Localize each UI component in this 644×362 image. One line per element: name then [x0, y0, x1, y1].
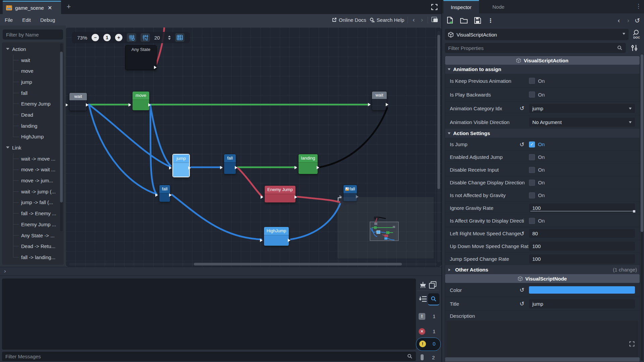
- revert-icon[interactable]: ↺: [520, 230, 524, 237]
- checkbox[interactable]: [529, 78, 535, 84]
- expand-fullscreen-icon[interactable]: [431, 3, 438, 11]
- out-port[interactable]: [317, 166, 321, 169]
- snap-toggle-icon[interactable]: [127, 33, 136, 42]
- tree-item[interactable]: jump -> fall (...: [2, 197, 64, 208]
- dock-menu-icon[interactable]: ⋮: [636, 3, 641, 10]
- revert-icon[interactable]: ↺: [520, 287, 524, 294]
- in-port[interactable]: [294, 166, 299, 169]
- sidebar-scrollbar-thumb[interactable]: [60, 52, 63, 202]
- snap-step-value[interactable]: 20: [154, 35, 163, 41]
- snap-step-stepper[interactable]: [168, 34, 171, 41]
- filter-properties-input[interactable]: Filter Properties: [445, 43, 626, 53]
- graph-node-enemy-jump[interactable]: Enemy Jump: [264, 185, 296, 203]
- section-other-actions[interactable]: Other Actions (1 change): [445, 265, 640, 274]
- out-port[interactable]: [294, 195, 299, 199]
- graph-hscrollbar-thumb[interactable]: [194, 263, 402, 265]
- graph-node-landing[interactable]: landing: [298, 154, 318, 174]
- tree-item[interactable]: fall -> Enemy ...: [2, 208, 64, 219]
- search-messages-button[interactable]: [428, 293, 439, 305]
- resource-menu-icon[interactable]: ⋮: [488, 17, 493, 24]
- out-port[interactable]: [188, 166, 193, 170]
- tree-item[interactable]: jump: [2, 76, 64, 87]
- tree-item[interactable]: move: [2, 65, 64, 76]
- float-panel-icon[interactable]: [431, 17, 438, 23]
- tree-item[interactable]: Dead: [2, 109, 64, 120]
- checkbox[interactable]: [529, 167, 535, 173]
- tree-item[interactable]: Enemy Jump ...: [2, 219, 64, 230]
- out-port[interactable]: [235, 166, 239, 169]
- property-tools-icon[interactable]: [631, 44, 638, 52]
- graph-node-fall[interactable]: fall: [224, 154, 236, 174]
- title-field[interactable]: jump: [529, 299, 635, 308]
- tab-inspector[interactable]: Inspector: [443, 0, 479, 13]
- inspector-forward-icon[interactable]: ›: [627, 17, 629, 24]
- tree-group-action[interactable]: Action: [2, 44, 64, 55]
- tree-item[interactable]: wait -> move ...: [2, 153, 64, 164]
- notice-badge-icon[interactable]: !: [419, 313, 425, 320]
- tree-item[interactable]: fall -> landing...: [2, 252, 64, 263]
- history-back-icon[interactable]: ‹: [411, 16, 416, 23]
- in-port[interactable]: [368, 103, 372, 106]
- color-swatch[interactable]: [529, 286, 635, 294]
- resource-picker[interactable]: VisualScriptAction: [445, 29, 629, 40]
- graph-node-move[interactable]: move: [132, 91, 150, 111]
- open-docs-icon[interactable]: DOC: [632, 29, 640, 40]
- section-action-settings[interactable]: Action Settings: [445, 129, 640, 138]
- inspector-scrollbar-thumb[interactable]: [641, 54, 643, 232]
- warning-badge-icon[interactable]: !: [419, 341, 426, 347]
- grid-toggle-icon[interactable]: [141, 33, 150, 42]
- zoom-out-button[interactable]: −: [92, 34, 99, 41]
- inspector-back-icon[interactable]: ‹: [618, 17, 620, 24]
- tree-item[interactable]: Any State -> ...: [2, 230, 64, 241]
- out-port[interactable]: [148, 103, 153, 107]
- in-port[interactable]: [260, 239, 264, 242]
- tree-item[interactable]: move -> jum...: [2, 175, 64, 186]
- load-resource-icon[interactable]: [460, 17, 468, 23]
- graph-hscrollbar[interactable]: [69, 263, 437, 265]
- output-log-area[interactable]: [2, 279, 416, 350]
- out-port[interactable]: [169, 193, 173, 197]
- in-port[interactable]: [128, 103, 133, 107]
- clear-output-icon[interactable]: [419, 281, 427, 289]
- dropdown[interactable]: jump: [529, 104, 635, 113]
- number-field[interactable]: 80: [529, 229, 635, 238]
- tree-item[interactable]: Enemy Jump: [2, 98, 64, 109]
- zoom-reset-button[interactable]: 1: [103, 34, 111, 41]
- inspector-scrollbar[interactable]: [641, 54, 643, 361]
- state-machine-graph[interactable]: Any State wait move jump fall landing fa…: [66, 27, 441, 267]
- checkbox[interactable]: [529, 180, 535, 186]
- in-port[interactable]: [261, 195, 265, 199]
- tree-item[interactable]: fall: [2, 87, 64, 99]
- in-port[interactable]: [169, 166, 173, 170]
- tree-item[interactable]: Dead -> Retu...: [2, 241, 64, 252]
- filter-messages-input[interactable]: Filter Messages: [2, 352, 416, 361]
- out-port[interactable]: [154, 66, 158, 69]
- number-field[interactable]: 100: [529, 254, 635, 263]
- tree-group-link[interactable]: Link: [2, 142, 64, 153]
- graph-node-wait[interactable]: wait: [69, 93, 87, 111]
- tree-item[interactable]: wait -> jump (...: [2, 186, 64, 197]
- graph-vscrollbar-thumb[interactable]: [437, 35, 440, 189]
- tab-node[interactable]: Node: [485, 0, 512, 13]
- revert-icon[interactable]: ↺: [520, 141, 524, 148]
- graph-vscrollbar[interactable]: [437, 31, 440, 262]
- slider-track[interactable]: [530, 211, 634, 212]
- checkbox-checked[interactable]: ✓: [529, 141, 535, 147]
- history-icon[interactable]: ↺: [635, 17, 640, 24]
- search-help-button[interactable]: DOC Search Help: [370, 17, 405, 23]
- graph-node-highjump[interactable]: HighJump: [264, 227, 289, 246]
- in-port[interactable]: [155, 193, 160, 197]
- checkbox[interactable]: [529, 218, 535, 224]
- checkbox[interactable]: [529, 92, 535, 98]
- out-port[interactable]: [386, 103, 390, 106]
- graph-node-jump-selected[interactable]: jump: [172, 154, 190, 177]
- tree-item[interactable]: move -> wait ...: [2, 164, 64, 175]
- menu-debug[interactable]: Debug: [36, 17, 60, 23]
- tree-item[interactable]: wait: [2, 55, 64, 66]
- number-field[interactable]: 100: [529, 242, 635, 251]
- in-port[interactable]: [220, 166, 224, 169]
- out-port[interactable]: [86, 103, 90, 107]
- online-docs-button[interactable]: Online Docs: [332, 17, 366, 23]
- revert-icon[interactable]: ↺: [520, 105, 524, 112]
- graph-node-fall-2[interactable]: fall: [159, 185, 170, 202]
